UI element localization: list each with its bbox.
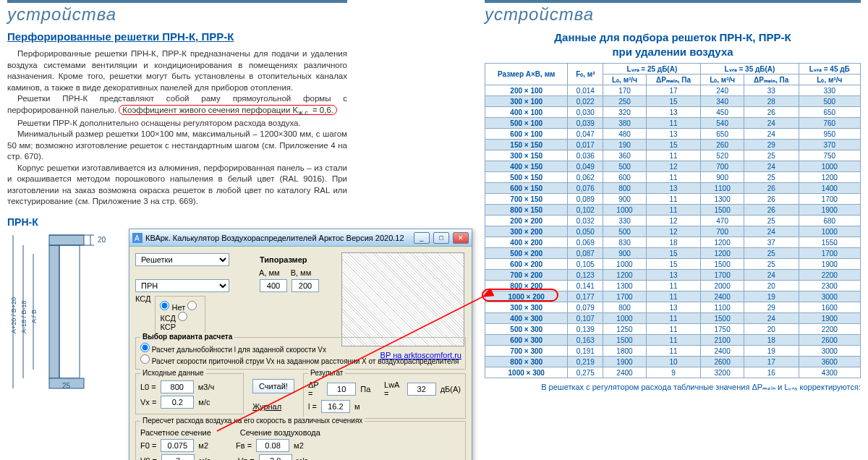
l0-input[interactable] (161, 380, 194, 393)
ksd-none-radio[interactable]: Нет (160, 303, 185, 312)
typesize-label: Типоразмер (260, 255, 307, 264)
table-row: 700 × 2000,1231200131700242200 (485, 270, 861, 281)
f0-input[interactable] (161, 439, 194, 452)
svg-text:A+20 / B+20: A+20 / B+20 (10, 297, 17, 333)
table-row: 300 × 3000,079800131100291600 (485, 302, 861, 313)
calculate-button[interactable]: Считай! (252, 379, 294, 393)
svg-text:А: А (135, 234, 140, 242)
table-row: 400 × 2000,069830181200371550 (485, 237, 861, 248)
svg-text:A-18 / B-18: A-18 / B-18 (20, 300, 27, 333)
titlebar[interactable]: А КВАрк. Калькулятор Воздухораспределите… (129, 229, 472, 247)
table-row: 800 × 1500,1021000111500261900 (485, 205, 861, 216)
table-row: 300 × 2000,05050012700241000 (485, 226, 861, 237)
close-button[interactable]: ✕ (453, 232, 469, 244)
tech-drawing: 20 25 A+20 / B+20 A-18 / B-18 A / B (7, 232, 137, 391)
band-left: устройства (7, 0, 347, 25)
th-lwa45: Lᵥᵣₐ = 45 дБ (799, 64, 860, 74)
table-row: 600 × 1000,0474801365024950 (485, 129, 861, 140)
data-table: Размер A×B, мм F₀, м² Lᵥᵣₐ = 25 дБ(А) Lᵥ… (485, 63, 861, 378)
dim-b-input[interactable] (292, 279, 319, 292)
th-lwa35: Lᵥᵣₐ = 35 дБ(А) (701, 64, 799, 74)
th-f0: F₀, м² (568, 64, 603, 85)
doc-right-column: устройства Данные для подбора решеток ПР… (485, 0, 861, 392)
table-row: 400 × 3000,1071000111500241900 (485, 313, 861, 324)
svg-rect-2 (49, 235, 84, 245)
table-row: 500 × 1000,0393801154024760 (485, 118, 861, 129)
recalc-group: Пересчет расхода воздуха на его скорость… (135, 421, 466, 460)
app-icon: А (132, 233, 142, 243)
table-row: 500 × 1500,06260011900251200 (485, 172, 861, 183)
table-row: 500 × 2000,087900151200251700 (485, 248, 861, 259)
table-row: 400 × 1000,0303201345026650 (485, 107, 861, 118)
svg-rect-0 (49, 245, 59, 378)
table-row: 200 × 2000,0323301247025680 (485, 216, 861, 226)
variant-group: Выбор варианта расчета Расчет дальнобойн… (135, 337, 466, 370)
table-row: 300 × 1000,0222501534028500 (485, 96, 861, 107)
svg-text:A / B: A / B (30, 310, 38, 323)
table-title: Данные для подбора решеток ПРН-К, ПРР-К … (485, 30, 861, 59)
maximize-button[interactable]: □ (433, 232, 449, 244)
minimize-button[interactable]: _ (414, 232, 430, 244)
calculator-dialog: А КВАрк. Калькулятор Воздухораспределите… (129, 229, 472, 460)
l-output (321, 400, 350, 413)
grille-preview (341, 252, 464, 346)
grille-type-select[interactable]: Решетки (135, 253, 229, 266)
svg-text:20: 20 (98, 236, 106, 244)
ksd-label: КСД (135, 294, 150, 303)
v0-output (161, 454, 195, 460)
table-row: 1000 × 3000,275240093200164300 (485, 367, 861, 378)
para-4: Минимальный размер решетки 100×100 мм, м… (7, 129, 347, 163)
window-title: КВАрк. Калькулятор Воздухораспределителе… (145, 234, 412, 242)
dp-output (327, 383, 356, 396)
band-right: устройства (485, 0, 861, 25)
table-row: 300 × 1500,0363601152025750 (485, 150, 861, 161)
lwa-output (407, 383, 436, 396)
source-data-group: Исходные данные L0 =м3/ч Vx =м/с (135, 373, 244, 414)
table-row: 500 × 3000,1391250111750202200 (485, 324, 861, 335)
table-row: 800 × 3000,2191900102600173600 (485, 357, 861, 367)
dim-a-input[interactable] (260, 279, 287, 292)
th-size: Размер A×B, мм (485, 64, 568, 85)
para-2: Решетки ПРН-К представляют собой раму пр… (7, 93, 347, 118)
result-group: Результат ΔP =Па LwA =дБ(А) l =м (303, 373, 466, 419)
table-footnote: В решетках с регулятором расхода табличн… (485, 383, 861, 392)
svg-text:25: 25 (62, 382, 71, 390)
variant2-radio[interactable]: Расчет скорости приточной струи Vx на за… (140, 354, 461, 365)
vv-output (259, 454, 292, 460)
table-row: 600 × 1500,076800131100261400 (485, 183, 861, 194)
table-row: 400 × 1500,04950012700241000 (485, 161, 861, 172)
vx-input[interactable] (161, 396, 194, 409)
model-select[interactable]: ПРН (135, 279, 229, 292)
section-title: Перфорированные решетки ПРН-К, ПРР-К (7, 30, 347, 43)
table-row: 700 × 3000,1911800112400193000 (485, 346, 861, 357)
fv-input[interactable] (256, 439, 289, 452)
th-lwa25: Lᵥᵣₐ = 25 дБ(А) (603, 64, 701, 74)
log-link[interactable]: Журнал (252, 402, 281, 411)
table-row: 200 × 1000,0141701724033330 (485, 85, 861, 96)
table-row: 800 × 2000,1411300112000202300 (485, 281, 861, 291)
diagram-label: ПРН-К (7, 216, 347, 228)
para-5: Корпус решетки изготавливается из алюмин… (7, 163, 347, 208)
para-3: Решетки ПРР-К дополнительно оснащены рег… (7, 118, 347, 129)
variant1-radio[interactable]: Расчет дальнобойности l для заданной ско… (140, 343, 461, 354)
highlight-coeff: Коэффициент живого сечения перфорации Kж… (119, 105, 337, 115)
body-text: Перфорированные решетки ПРН-К, ПРР-К пре… (7, 48, 347, 208)
svg-rect-1 (59, 245, 80, 378)
table-row: 700 × 1500,089900111300261700 (485, 194, 861, 205)
table-row: 600 × 2000,1051000151500251900 (485, 259, 861, 270)
table-row: 150 × 1500,0171901526029370 (485, 140, 861, 150)
table-row: 600 × 3000,1631500112100182600 (485, 335, 861, 346)
table-row: 1000 × 2000,1771700112400193000 (485, 291, 861, 302)
para-1: Перфорированные решетки ПРН-К, ПРР-К пре… (7, 48, 347, 93)
